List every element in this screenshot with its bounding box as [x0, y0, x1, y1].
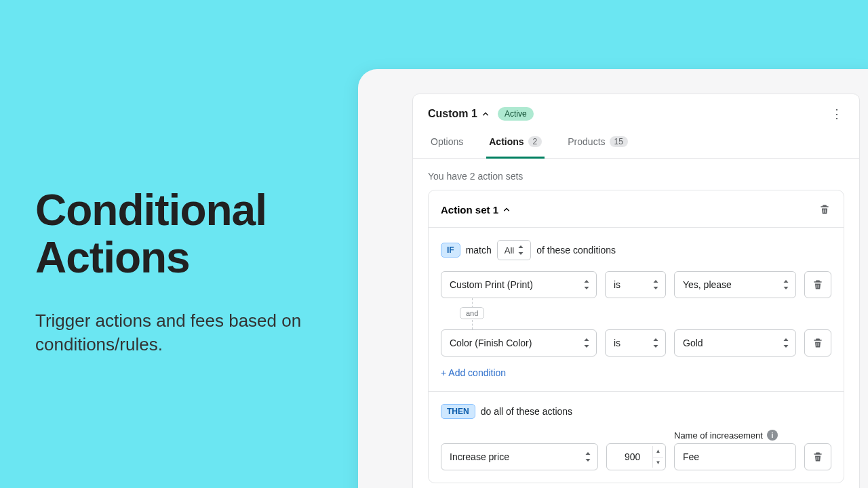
chevron-up-icon — [481, 110, 490, 118]
chevron-up-icon — [502, 205, 511, 214]
condition-field-select[interactable]: Custom Print (Print) — [441, 271, 597, 298]
condition-value: Gold — [683, 338, 703, 348]
tab-products-label: Products — [568, 136, 605, 147]
hero-title-line2: Actions — [35, 233, 190, 282]
hero-title: Conditional Actions — [35, 186, 361, 282]
optionset-name: Custom 1 — [428, 108, 477, 120]
status-badge: Active — [498, 107, 534, 121]
condition-connector: and — [460, 298, 831, 329]
app-window: Custom 1 Active ⋮ Options Actions 2 Prod… — [358, 69, 868, 488]
price-amount-value: 900 — [625, 451, 640, 462]
increasement-name-value: Fee — [683, 451, 699, 462]
delete-actionset-button[interactable] — [818, 203, 831, 216]
tab-actions[interactable]: Actions 2 — [486, 131, 545, 159]
increasement-name-label: Name of increasement i — [674, 430, 796, 441]
stepper-up-button[interactable]: ▲ — [653, 446, 663, 457]
tab-products-count: 15 — [610, 136, 628, 147]
match-mode-value: All — [505, 245, 514, 256]
updown-caret-icon — [583, 279, 591, 290]
hero-subtitle: Trigger actions and fees based on condit… — [35, 309, 361, 357]
delete-action-button[interactable] — [804, 443, 831, 470]
optionset-card: Custom 1 Active ⋮ Options Actions 2 Prod… — [412, 94, 860, 488]
delete-condition-button[interactable] — [804, 329, 831, 357]
connector-label: and — [460, 307, 484, 319]
more-menu-button[interactable]: ⋮ — [829, 106, 844, 121]
hero: Conditional Actions Trigger actions and … — [35, 186, 361, 357]
condition-row: Color (Finish Color) is Gold — [441, 329, 831, 357]
updown-caret-icon — [652, 338, 660, 348]
tabs: Options Actions 2 Products 15 — [413, 131, 859, 159]
delete-condition-button[interactable] — [804, 271, 831, 298]
then-text: do all of these actions — [481, 406, 572, 417]
price-amount-input[interactable]: ¥ 900 ▲ ▼ — [606, 443, 666, 470]
tab-products[interactable]: Products 15 — [565, 131, 631, 159]
increasement-name-text: Name of increasement — [674, 430, 763, 441]
condition-value: Yes, please — [683, 279, 732, 290]
condition-field-select[interactable]: Color (Finish Color) — [441, 329, 597, 357]
match-mode-select[interactable]: All — [497, 240, 531, 260]
then-block: THEN do all of these actions Increase pr… — [429, 391, 844, 483]
tab-options-label: Options — [431, 136, 463, 147]
condition-operator-value: is — [614, 279, 620, 290]
actionsets-note: You have 2 action sets — [413, 159, 859, 190]
actionset-card: Action set 1 IF match All — [428, 190, 844, 483]
add-condition-button[interactable]: + Add condition — [441, 367, 506, 378]
condition-row: Custom Print (Print) is Yes, please — [441, 271, 831, 298]
updown-caret-icon — [583, 338, 591, 348]
updown-caret-icon — [517, 245, 525, 256]
tab-actions-label: Actions — [489, 136, 524, 147]
condition-value-select[interactable]: Gold — [674, 329, 796, 357]
stepper-down-button[interactable]: ▼ — [653, 457, 663, 468]
updown-caret-icon — [782, 338, 790, 348]
action-type-value: Increase price — [450, 451, 509, 462]
updown-caret-icon — [584, 451, 592, 462]
if-block: IF match All of these conditions Custom … — [429, 227, 844, 391]
hero-title-line1: Conditional — [35, 186, 267, 235]
condition-operator-select[interactable]: is — [605, 271, 666, 298]
condition-operator-select[interactable]: is — [605, 329, 666, 357]
condition-field-value: Color (Finish Color) — [450, 338, 532, 348]
optionset-title-toggle[interactable]: Custom 1 — [428, 108, 490, 120]
condition-value-select[interactable]: Yes, please — [674, 271, 796, 298]
action-row: Increase price ¥ 900 ▲ ▼ — [441, 430, 831, 470]
amount-stepper: ▲ ▼ — [652, 446, 663, 468]
updown-caret-icon — [652, 279, 660, 290]
actionset-title-toggle[interactable]: Action set 1 — [441, 204, 511, 216]
info-icon[interactable]: i — [767, 430, 778, 441]
condition-field-value: Custom Print (Print) — [450, 279, 533, 290]
action-type-select[interactable]: Increase price — [441, 443, 598, 470]
increasement-name-input[interactable]: Fee — [674, 443, 796, 470]
then-chip: THEN — [441, 404, 475, 419]
actionset-title: Action set 1 — [441, 204, 498, 216]
if-chip: IF — [441, 243, 460, 258]
condition-operator-value: is — [614, 338, 620, 348]
tab-actions-count: 2 — [528, 136, 542, 147]
optionset-header: Custom 1 Active ⋮ — [413, 94, 859, 131]
tab-options[interactable]: Options — [428, 131, 466, 159]
updown-caret-icon — [782, 279, 790, 290]
if-post-text: of these conditions — [536, 245, 616, 256]
if-pre-text: match — [466, 245, 492, 256]
